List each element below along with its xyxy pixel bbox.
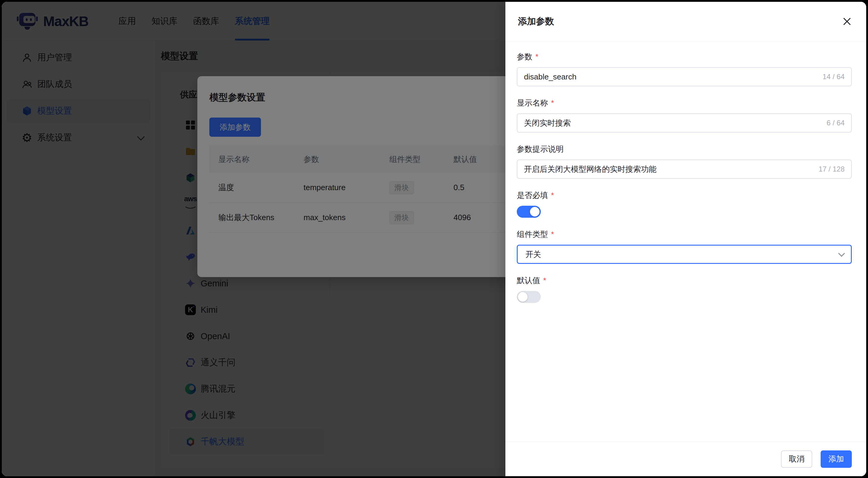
tip-input[interactable]: 开启后关闭大模型网络的实时搜索功能 17 / 128 [517, 160, 852, 179]
drawer-footer: 取消 添加 [505, 441, 866, 476]
switch-knob [518, 292, 528, 302]
add-param-drawer: 添加参数 参数* disable_search 14 / 64 显示名称* 关闭… [505, 2, 866, 476]
drawer-title: 添加参数 [518, 15, 554, 28]
char-counter: 17 / 128 [818, 165, 845, 173]
param-field-label: 参数* [517, 52, 852, 61]
tip-field-label: 参数提示说明 [517, 145, 852, 154]
drawer-header: 添加参数 [505, 2, 866, 41]
required-mark: * [535, 52, 538, 61]
close-icon[interactable] [840, 15, 854, 28]
app-window: MaxKB 应用 知识库 函数库 系统管理 用户管理 团队成员 模型设置 [2, 2, 866, 476]
display-name-field-label: 显示名称* [517, 98, 852, 107]
required-mark: * [551, 98, 554, 107]
char-counter: 14 / 64 [823, 72, 845, 81]
required-switch[interactable] [517, 206, 541, 218]
char-counter: 6 / 64 [827, 119, 845, 127]
component-type-select[interactable]: 开关 [517, 245, 852, 264]
required-mark: * [551, 191, 554, 200]
component-type-field-label: 组件类型* [517, 230, 852, 239]
param-input[interactable]: disable_search 14 / 64 [517, 67, 852, 86]
switch-knob [530, 207, 539, 217]
default-value-field-label: 默认值* [517, 276, 852, 285]
drawer-body: 参数* disable_search 14 / 64 显示名称* 关闭实时搜索 … [505, 41, 866, 303]
required-mark: * [543, 276, 546, 285]
cancel-button[interactable]: 取消 [781, 450, 812, 468]
display-name-input[interactable]: 关闭实时搜索 6 / 64 [517, 114, 852, 132]
required-mark: * [551, 230, 554, 239]
chevron-down-icon [838, 250, 845, 257]
default-value-switch[interactable] [517, 291, 541, 303]
required-field-label: 是否必填* [517, 191, 852, 200]
confirm-add-button[interactable]: 添加 [820, 450, 852, 468]
